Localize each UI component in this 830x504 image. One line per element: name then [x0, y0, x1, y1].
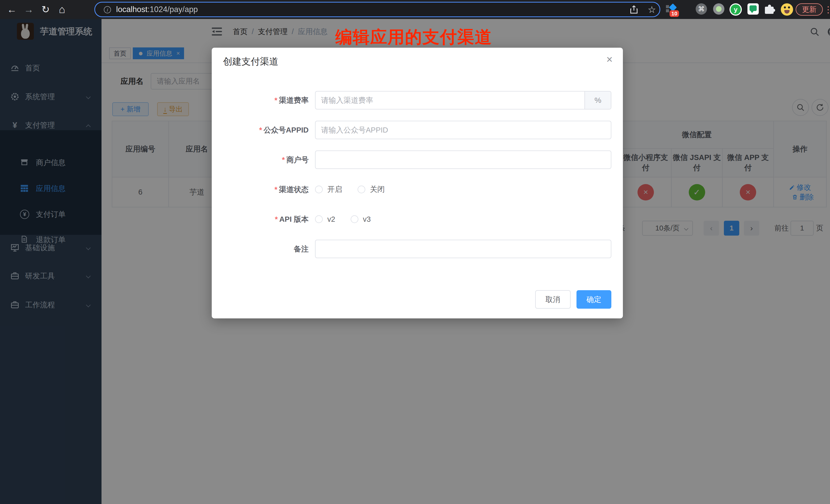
url-path: :1024/pay/app: [148, 5, 198, 14]
browser-forward-icon[interactable]: →: [22, 0, 36, 19]
address-bar[interactable]: i localhost:1024/pay/app ☆: [94, 2, 660, 17]
radio-api-v2-label[interactable]: v2: [327, 215, 335, 224]
radio-status-closed[interactable]: [358, 186, 365, 193]
browser-home-icon[interactable]: ⌂: [55, 0, 69, 19]
radio-status-open-label[interactable]: 开启: [327, 184, 342, 195]
official-account-appid-input[interactable]: [315, 121, 611, 139]
radio-api-v3-label[interactable]: v3: [363, 215, 371, 224]
extension-badge: 10: [670, 10, 679, 17]
remark-input[interactable]: [315, 240, 611, 258]
create-payment-channel-dialog: 创建支付渠道 × *渠道费率 % *公众号APPID *商户号 *渠道状态 开启…: [212, 48, 623, 318]
form-row-channel-rate: *渠道费率 %: [212, 91, 623, 109]
radio-status-open[interactable]: [315, 186, 323, 193]
browser-toolbar: ← → ↻ ⌂ i localhost:1024/pay/app ☆ 10 ⌘ …: [0, 0, 830, 19]
form-row-remark: 备注: [212, 240, 623, 258]
profile-emoji-avatar[interactable]: [781, 3, 793, 15]
share-icon[interactable]: [629, 5, 639, 15]
close-icon[interactable]: ×: [606, 53, 613, 66]
browser-back-icon[interactable]: ←: [5, 0, 19, 19]
browser-reload-icon[interactable]: ↻: [38, 0, 53, 19]
form-row-merchant-id: *商户号: [212, 151, 623, 169]
form-row-appid: *公众号APPID: [212, 121, 623, 139]
annotation-text: 编辑应用的支付渠道: [335, 26, 492, 49]
extension-circle-icon[interactable]: [713, 3, 724, 14]
url-text[interactable]: localhost:1024/pay/app: [116, 3, 198, 17]
confirm-button[interactable]: 确定: [576, 290, 611, 309]
url-host: localhost: [116, 5, 148, 14]
radio-status-closed-label[interactable]: 关闭: [370, 184, 385, 195]
form-row-channel-status: *渠道状态 开启 关闭: [212, 180, 623, 199]
form-row-api-version: *API 版本 v2 v3: [212, 210, 623, 228]
browser-menu-kebab-icon[interactable]: ⋮: [824, 0, 830, 19]
merchant-id-input[interactable]: [315, 151, 611, 169]
bookmark-star-icon[interactable]: ☆: [647, 5, 657, 15]
percent-suffix: %: [584, 92, 611, 109]
extension-chat-icon[interactable]: [747, 3, 759, 14]
extension-command-icon[interactable]: ⌘: [696, 3, 707, 14]
extension-yudao-icon[interactable]: y: [730, 3, 742, 15]
radio-api-v3[interactable]: [351, 215, 358, 223]
cancel-button[interactable]: 取消: [535, 290, 571, 309]
chrome-update-button[interactable]: 更新: [796, 3, 823, 15]
dialog-title: 创建支付渠道: [223, 55, 278, 68]
channel-rate-input[interactable]: [315, 91, 611, 109]
radio-api-v2[interactable]: [315, 215, 323, 223]
site-info-icon[interactable]: i: [104, 6, 111, 13]
